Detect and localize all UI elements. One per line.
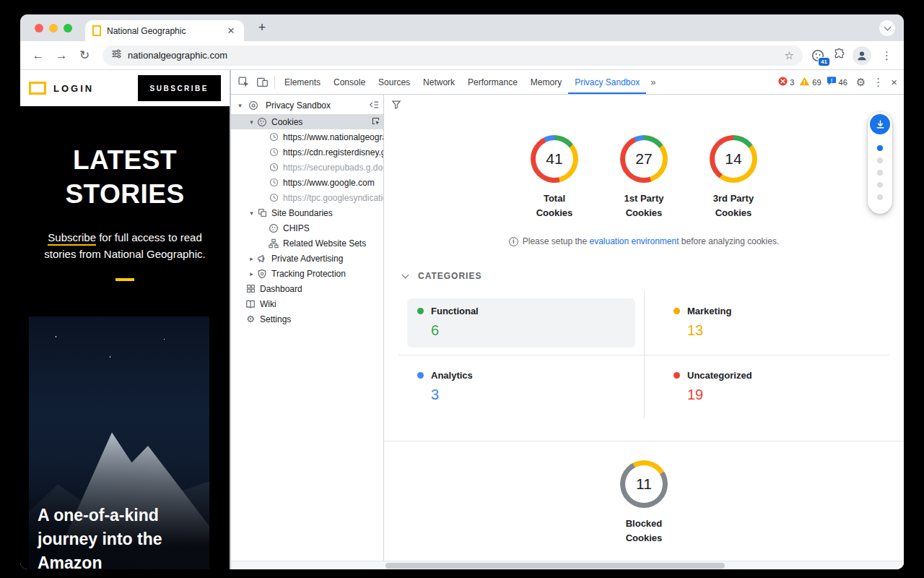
error-icon[interactable]	[778, 76, 788, 89]
privacy-sandbox-tree: ▾ Privacy Sandbox ▾Cookieshttps://www.na…	[231, 95, 384, 569]
issues-icon[interactable]: !	[827, 76, 837, 89]
categories-title: CATEGORIES	[418, 271, 481, 281]
setup-note: i Please setup the evaluation environmen…	[384, 236, 904, 246]
donut-value: 14	[715, 140, 752, 178]
devtools-tab-performance[interactable]: Performance	[461, 70, 524, 94]
browser-tab[interactable]: National Geographic ✕	[85, 20, 244, 41]
tree-arrow-icon[interactable]: ▾	[247, 210, 256, 217]
tree-item-chips[interactable]: CHIPS	[231, 220, 383, 236]
browser-window: National Geographic ✕ + ← → ↻ nationalge…	[20, 14, 904, 569]
tree-arrow-icon[interactable]: ▾	[247, 118, 256, 126]
page-headline: LATEST STORIES	[26, 144, 224, 212]
devtools-close-icon[interactable]: ×	[887, 76, 901, 88]
tree-item-https-tpc-googlesyndication-com[interactable]: https://tpc.googlesyndication.com	[231, 190, 383, 205]
tree-item-https-securepubads-g-doubleclick-net[interactable]: https://securepubads.g.doubleclick.net	[231, 160, 383, 175]
profile-avatar[interactable]	[853, 46, 871, 65]
section-dot-1[interactable]	[877, 158, 883, 163]
element-picker-icon[interactable]	[371, 116, 380, 128]
category-value: 3	[417, 387, 625, 403]
hero-caption[interactable]: A one-of-a-kind journey into the Amazon	[38, 504, 186, 569]
section-dot-3[interactable]	[877, 182, 883, 188]
tree-arrow-icon[interactable]: ▸	[247, 255, 256, 262]
tree-item-label: Private Advertising	[271, 254, 383, 264]
clock-icon	[268, 147, 279, 158]
devtools-tab-console[interactable]: Console	[327, 70, 372, 94]
collapse-panel-icon[interactable]	[369, 100, 379, 112]
category-cell-analytics[interactable]: Analytics3	[398, 355, 644, 419]
tree-item-label: Wiki	[260, 299, 383, 309]
tab-strip: National Geographic ✕ +	[20, 14, 904, 41]
back-button[interactable]: ←	[27, 45, 49, 66]
tab-close-icon[interactable]: ✕	[225, 25, 237, 36]
tree-item-private-advertising[interactable]: ▸Private Advertising	[231, 251, 383, 266]
devtools-tab-sources[interactable]: Sources	[372, 70, 417, 94]
download-report-button[interactable]	[870, 114, 890, 134]
category-cell-functional[interactable]: Functional6	[398, 291, 644, 355]
devtools-tab-elements[interactable]: Elements	[278, 70, 327, 94]
scrollbar-thumb[interactable]	[385, 563, 725, 569]
tree-item-settings[interactable]: ⚙Settings	[231, 311, 383, 327]
more-tabs-button[interactable]: »	[646, 77, 660, 87]
tree-item-label: https://www.google.com	[283, 178, 383, 188]
sitemap-icon	[268, 238, 279, 249]
cookie-extension-button[interactable]: 41	[810, 48, 826, 64]
subscribe-link[interactable]: Subscribe	[48, 231, 96, 246]
minimize-window-button[interactable]	[49, 24, 58, 33]
forward-button[interactable]: →	[51, 45, 72, 66]
address-bar[interactable]: nationalgeographic.com ☆	[103, 46, 803, 66]
evaluation-environment-link[interactable]: evaluation environment	[589, 236, 679, 246]
tree-item-related-website-sets[interactable]: Related Website Sets	[231, 236, 383, 251]
devtools-tab-privacy-sandbox[interactable]: Privacy Sandbox	[568, 70, 646, 94]
tab-search-button[interactable]	[879, 20, 895, 36]
close-window-button[interactable]	[35, 24, 43, 33]
login-button[interactable]: LOGIN	[53, 83, 94, 94]
category-name: Analytics	[431, 370, 473, 381]
horizontal-scrollbar[interactable]	[231, 561, 904, 569]
natgeo-logo-icon[interactable]	[29, 82, 46, 95]
donut-value: 11	[625, 465, 663, 503]
third-party-cookies-donut: 14 3rd Party Cookies	[693, 135, 774, 220]
tree-item-cookies[interactable]: ▾Cookies	[231, 114, 383, 129]
category-dot-icon	[417, 308, 424, 314]
devtools-tab-memory[interactable]: Memory	[524, 70, 568, 94]
subscribe-button[interactable]: SUBSCRIBE	[138, 75, 221, 101]
tree-root-label: Privacy Sandbox	[266, 100, 366, 111]
tree-root[interactable]: ▾ Privacy Sandbox	[231, 97, 383, 114]
browser-menu-icon[interactable]: ⋮	[879, 49, 895, 62]
categories-header[interactable]: CATEGORIES	[398, 271, 889, 281]
expand-arrow-icon[interactable]: ▾	[235, 102, 245, 109]
tree-item-https-cdn-registerdisney-go-com[interactable]: https://cdn.registerdisney.go.com	[231, 144, 383, 160]
categories-section: CATEGORIES Functional6Marketing13Analyti…	[398, 271, 889, 419]
extensions-puzzle-icon[interactable]	[833, 48, 845, 63]
devtools-tab-network[interactable]: Network	[417, 70, 461, 94]
category-cell-uncategorized[interactable]: Uncategorized19	[644, 355, 889, 419]
tree-arrow-icon[interactable]: ▸	[247, 270, 256, 277]
inspect-element-icon[interactable]	[234, 73, 253, 92]
reload-button[interactable]: ↻	[74, 45, 95, 66]
tree-item-tracking-protection[interactable]: ▸Tracking Protection	[231, 266, 383, 281]
tree-item-site-boundaries[interactable]: ▾Site Boundaries	[231, 205, 383, 220]
site-settings-icon[interactable]	[111, 48, 122, 62]
devtools-settings-icon[interactable]: ⚙	[853, 76, 869, 89]
tree-item-label: Site Boundaries	[271, 208, 383, 218]
tree-item-dashboard[interactable]: Dashboard	[231, 281, 383, 296]
new-tab-button[interactable]: +	[253, 19, 271, 38]
maximize-window-button[interactable]	[64, 24, 72, 33]
devtools-toolbar: ElementsConsoleSourcesNetworkPerformance…	[231, 70, 904, 95]
section-dot-2[interactable]	[877, 170, 883, 176]
boundaries-icon	[256, 207, 268, 219]
donut-value: 41	[536, 140, 573, 178]
section-dot-4[interactable]	[877, 194, 883, 200]
tree-item-wiki[interactable]: Wiki	[231, 296, 383, 311]
book-icon	[245, 298, 256, 310]
svg-text:!: !	[803, 78, 806, 85]
tree-item-https-www-nationalgeographic-com[interactable]: https://www.nationalgeographic.com	[231, 129, 383, 144]
tree-item-https-www-google-com[interactable]: https://www.google.com	[231, 175, 383, 190]
devtools-menu-icon[interactable]: ⋮	[869, 76, 887, 89]
bookmark-star-icon[interactable]: ☆	[785, 49, 794, 62]
warning-icon[interactable]: !	[799, 76, 810, 89]
device-toolbar-icon[interactable]	[253, 73, 271, 92]
cookie-icon	[256, 116, 268, 128]
section-dot-0[interactable]	[877, 145, 883, 151]
category-cell-marketing[interactable]: Marketing13	[644, 291, 889, 355]
